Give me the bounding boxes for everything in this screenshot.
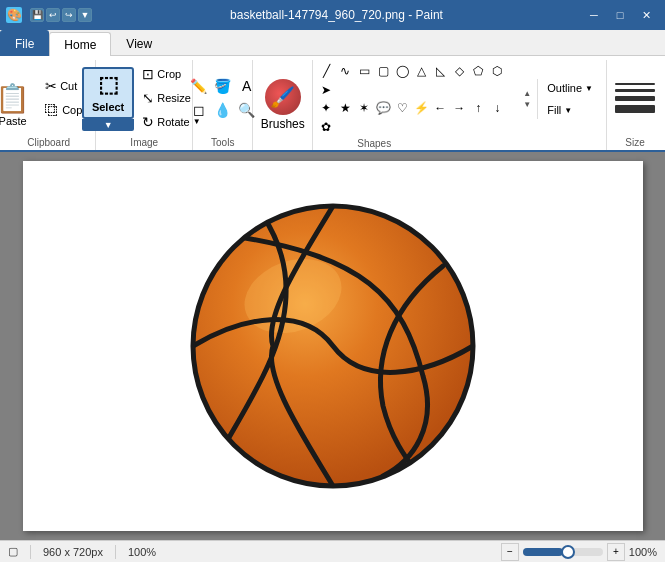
shape-arrow-right[interactable]: → [450,99,468,117]
shape-right-triangle[interactable]: ◺ [431,62,449,80]
quick-save-btn[interactable]: 💾 [30,8,44,22]
rotate-icon: ↻ [142,114,154,130]
shape-arrow-left[interactable]: ← [431,99,449,117]
size-bar-2[interactable] [615,89,655,92]
shape-rect[interactable]: ▭ [355,62,373,80]
paint-canvas[interactable] [23,161,643,531]
shape-lightning[interactable]: ⚡ [412,99,430,117]
shape-star4[interactable]: ✦ [317,99,335,117]
shapes-row1: ╱ ∿ ▭ ▢ ◯ △ ◺ ◇ ⬠ ⬡ ➤ [317,62,517,99]
brushes-icon: 🖌️ [265,79,301,115]
zoom-out-button[interactable]: − [501,543,519,561]
zoom-thumb[interactable] [561,545,575,559]
tools-content: ✏️ 🪣 A ◻ 💧 🔍 [188,60,258,135]
shape-hexagon[interactable]: ⬡ [488,62,506,80]
shape-line[interactable]: ╱ [317,62,335,80]
fill-tool[interactable]: 🪣 [212,75,234,97]
select-btn-wrap: ⬚ Select ▼ [82,65,134,131]
shape-curve[interactable]: ∿ [336,62,354,80]
eraser-tool[interactable]: ◻ [188,99,210,121]
shape-arrow[interactable]: ➤ [317,81,335,99]
size-bar-4[interactable] [615,105,655,113]
fill-arrow: ▼ [564,106,572,115]
shape-diamond[interactable]: ◇ [450,62,468,80]
shapes-grid: ╱ ∿ ▭ ▢ ◯ △ ◺ ◇ ⬠ ⬡ ➤ ✦ ★ ✶ 💬 ♡ [317,62,517,136]
paste-button[interactable]: 📋 Paste [0,65,37,131]
brushes-content: 🖌️ Brushes [255,60,311,135]
pencil-tool[interactable]: ✏️ [188,75,210,97]
window-controls: ─ □ ✕ [581,5,659,25]
rotate-label: Rotate [157,116,189,128]
minimize-button[interactable]: ─ [581,5,607,25]
brushes-button[interactable]: 🖌️ Brushes [255,65,311,131]
outline-arrow: ▼ [585,84,593,93]
select-icon: ⬚ [98,72,119,98]
shape-heart[interactable]: ♡ [393,99,411,117]
zoom-fill [523,548,563,556]
select-dropdown[interactable]: ▼ [82,119,134,131]
dropdown-btn[interactable]: ▼ [78,8,92,22]
shapes-scroll: ▲ ▼ [521,89,533,109]
shape-arrow-down[interactable]: ↓ [488,99,506,117]
shape-arrow-up[interactable]: ↑ [469,99,487,117]
shapes-group: ╱ ∿ ▭ ▢ ◯ △ ◺ ◇ ⬠ ⬡ ➤ ✦ ★ ✶ 💬 ♡ [313,60,606,150]
status-sep2 [115,545,116,559]
brushes-label: Brushes [261,117,305,131]
shape-round-rect[interactable]: ▢ [374,62,392,80]
outline-button[interactable]: Outline ▼ [542,79,598,97]
status-coords: ▢ [8,545,18,558]
size-bar-3[interactable] [615,96,655,101]
select-label: Select [92,101,124,113]
size-bar-1[interactable] [615,83,655,85]
tools-label: Tools [211,135,234,150]
image-group-label: Image [130,135,158,150]
maximize-button[interactable]: □ [607,5,633,25]
shape-misc[interactable]: ✿ [317,118,335,136]
shape-pentagon[interactable]: ⬠ [469,62,487,80]
status-sep1 [30,545,31,559]
shape-star5[interactable]: ★ [336,99,354,117]
color-picker-tool[interactable]: 💧 [212,99,234,121]
cut-icon: ✂ [45,78,57,94]
canvas-area [0,152,665,540]
ribbon-tabs: File Home View [0,30,665,56]
title-bar: 🎨 💾 ↩ ↪ ▼ basketball-147794_960_720.png … [0,0,665,30]
shape-ellipse[interactable]: ◯ [393,62,411,80]
undo-btn[interactable]: ↩ [46,8,60,22]
close-button[interactable]: ✕ [633,5,659,25]
ribbon: 📋 Paste ✂ Cut ⿻ Copy Clipboard [0,56,665,152]
shape-star6[interactable]: ✶ [355,99,373,117]
paste-label: Paste [0,115,27,127]
clipboard-label: Clipboard [27,135,70,150]
resize-icon: ⤡ [142,90,154,106]
tools-row1: ✏️ 🪣 A [188,75,258,97]
tools-icons: ✏️ 🪣 A ◻ 💧 🔍 [188,75,258,121]
fill-label: Fill [547,104,561,116]
shapes-scroll-up[interactable]: ▲ [521,89,533,98]
shapes-content: ╱ ∿ ▭ ▢ ◯ △ ◺ ◇ ⬠ ⬡ ➤ ✦ ★ ✶ 💬 ♡ [317,62,602,136]
basketball-image [183,196,483,496]
outline-fill-group: Outline ▼ Fill ▼ [537,79,602,119]
brushes-group: 🖌️ Brushes - [253,60,313,150]
resize-label: Resize [157,92,191,104]
tools-row2: ◻ 💧 🔍 [188,99,258,121]
tab-file[interactable]: File [0,30,49,56]
zoom-slider[interactable] [523,548,603,556]
shape-callout[interactable]: 💬 [374,99,392,117]
app-icon: 🎨 [6,7,22,23]
status-size: 960 x 720px [43,546,103,558]
shapes-group-label: Shapes [357,136,391,151]
shape-triangle[interactable]: △ [412,62,430,80]
title-bar-controls: 💾 ↩ ↪ ▼ [30,8,92,22]
outline-label: Outline [547,82,582,94]
fill-button[interactable]: Fill ▼ [542,101,598,119]
zoom-controls: − + 100% [501,543,657,561]
select-button[interactable]: ⬚ Select [82,67,134,119]
zoom-in-button[interactable]: + [607,543,625,561]
shapes-scroll-down[interactable]: ▼ [521,100,533,109]
redo-btn[interactable]: ↪ [62,8,76,22]
shapes-row2: ✦ ★ ✶ 💬 ♡ ⚡ ← → ↑ ↓ ✿ [317,99,517,136]
tab-view[interactable]: View [111,31,167,55]
tab-home[interactable]: Home [49,32,111,56]
status-zoom: 100% [128,546,156,558]
